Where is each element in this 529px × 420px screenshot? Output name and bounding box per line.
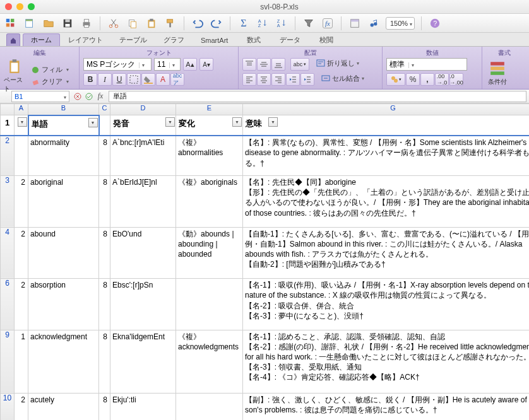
fx-label[interactable]: fx bbox=[95, 91, 106, 102]
close-icon[interactable] bbox=[5, 3, 12, 10]
tab-table[interactable]: テーブル bbox=[111, 33, 155, 46]
row-head[interactable]: 2 bbox=[1, 136, 15, 175]
fill-button[interactable]: フィル▾ bbox=[29, 65, 71, 75]
cell[interactable] bbox=[15, 136, 28, 175]
percent-icon[interactable]: % bbox=[406, 73, 420, 86]
cell[interactable] bbox=[176, 279, 243, 330]
row-head[interactable]: 6 bbox=[1, 279, 15, 330]
copy-icon[interactable] bbox=[126, 16, 140, 30]
cell[interactable]: 2 bbox=[15, 175, 28, 227]
filter-button[interactable]: ▼ bbox=[268, 117, 278, 127]
worksheet[interactable]: A B C D E G 1 ▼ 単語▼ 発音▼ 変化▼ 意味▼ 2 abnorm… bbox=[0, 103, 529, 420]
fx-icon[interactable]: fx bbox=[321, 16, 335, 30]
cell[interactable]: 【名-1】: 吸収(作用)、吸い込み / 【用例・名-1】X-ray absor… bbox=[243, 279, 530, 330]
underline-button[interactable]: U bbox=[112, 73, 126, 86]
cell-B1[interactable]: 単語▼ bbox=[28, 115, 99, 136]
format-painter-icon[interactable] bbox=[163, 16, 177, 30]
orientation-icon[interactable]: abc▾ bbox=[290, 58, 309, 71]
cell[interactable]: Ebsc':[r]pSn bbox=[110, 279, 176, 330]
cell[interactable]: 2 bbox=[15, 227, 28, 279]
tab-formula[interactable]: 数式 bbox=[236, 33, 271, 46]
font-color-button[interactable]: A bbox=[156, 73, 170, 86]
number-format-selector[interactable]: 標準 bbox=[386, 58, 467, 71]
new-icon[interactable] bbox=[23, 16, 37, 30]
cut-icon[interactable] bbox=[107, 16, 121, 30]
cell[interactable] bbox=[176, 394, 243, 420]
media-icon[interactable] bbox=[367, 16, 381, 30]
tab-chart[interactable]: グラフ bbox=[155, 33, 193, 46]
cell[interactable]: A`bnc:[r]mA'lEti bbox=[110, 136, 176, 175]
open-icon[interactable] bbox=[42, 16, 56, 30]
paste-button[interactable]: ペースト bbox=[4, 58, 27, 93]
cell[interactable]: 2 bbox=[15, 394, 28, 420]
fill-color-button[interactable] bbox=[141, 73, 155, 86]
cell[interactable]: 《複》abnormalities bbox=[176, 136, 243, 175]
formula-input[interactable]: 単語 bbox=[109, 91, 526, 102]
tab-data[interactable]: データ bbox=[271, 33, 309, 46]
row-head[interactable]: 4 bbox=[1, 227, 15, 279]
sort-asc-icon[interactable]: AZ bbox=[256, 16, 270, 30]
undo-icon[interactable] bbox=[191, 16, 205, 30]
col-D[interactable]: D bbox=[110, 104, 176, 115]
cell-C1[interactable] bbox=[99, 115, 110, 136]
cell[interactable]: A`bErIdJ[E]nl bbox=[110, 175, 176, 227]
currency-icon[interactable]: ▾ bbox=[386, 73, 405, 86]
cell[interactable]: 【名-1】: 認めること、承認、認識、受領確認、認知、自認【名-2】: 感謝(の… bbox=[243, 330, 530, 394]
align-bottom-icon[interactable] bbox=[271, 58, 285, 71]
cell[interactable]: 8 bbox=[99, 227, 110, 279]
cell[interactable]: 8 bbox=[99, 279, 110, 330]
row-head[interactable]: 9 bbox=[1, 330, 15, 394]
tab-layout[interactable]: レイアウト bbox=[60, 33, 111, 46]
col-E[interactable]: E bbox=[176, 104, 243, 115]
cell[interactable]: 《動》abounds | abounding | abounded bbox=[176, 227, 243, 279]
filter-icon[interactable] bbox=[302, 16, 316, 30]
cell[interactable]: 【名】: 異常(なもの)、異常性、変態 / 【用例・名】Some scienti… bbox=[243, 136, 530, 175]
row-head-1[interactable]: 1 bbox=[1, 115, 15, 136]
align-middle-icon[interactable] bbox=[257, 58, 271, 71]
cell[interactable]: 8 bbox=[99, 330, 110, 394]
cell[interactable]: acutely bbox=[28, 394, 99, 420]
conditional-format-button[interactable]: 条件付 bbox=[486, 60, 509, 86]
accept-formula-icon[interactable] bbox=[83, 91, 95, 102]
print-icon[interactable] bbox=[80, 16, 93, 30]
paste-icon[interactable] bbox=[145, 16, 158, 30]
font-size-selector[interactable]: 11 bbox=[154, 58, 181, 71]
cell[interactable]: abound bbox=[28, 227, 99, 279]
tab-home[interactable]: ホーム bbox=[23, 33, 60, 46]
italic-button[interactable]: I bbox=[98, 73, 112, 86]
tab-smartart[interactable]: SmartArt bbox=[193, 33, 236, 46]
show-icon[interactable] bbox=[348, 16, 362, 30]
bold-button[interactable]: B bbox=[83, 73, 97, 86]
cell[interactable]: aboriginal bbox=[28, 175, 99, 227]
cell[interactable]: 1 bbox=[15, 330, 28, 394]
help-icon[interactable]: ? bbox=[428, 16, 442, 30]
increase-font-icon[interactable]: A▴ bbox=[183, 58, 197, 71]
increase-indent-icon[interactable] bbox=[300, 73, 314, 86]
maximize-icon[interactable] bbox=[28, 3, 35, 10]
cell[interactable]: acknowledgment bbox=[28, 330, 99, 394]
align-center-icon[interactable] bbox=[257, 73, 271, 86]
cell-E1[interactable]: 変化▼ bbox=[176, 115, 243, 136]
redo-icon[interactable] bbox=[210, 16, 223, 30]
cell[interactable]: abnormality bbox=[28, 136, 99, 175]
cell[interactable]: 8 bbox=[99, 175, 110, 227]
cell[interactable]: 【自動-1】: たくさんある[いる]、多い、富む、豊富である、(〜に)溢れている… bbox=[243, 227, 530, 279]
border-button[interactable] bbox=[127, 73, 141, 86]
cell[interactable]: 【副】: 強く、激しく、ひどく、敏感に、鋭く / 【用例・副】He is acu… bbox=[243, 394, 530, 420]
minimize-icon[interactable] bbox=[16, 3, 23, 10]
filter-button[interactable]: ▼ bbox=[232, 117, 242, 127]
cell[interactable]: 8 bbox=[99, 136, 110, 175]
cell[interactable]: 【名】: 先住民◆【同】aborigine【形】: 先住民の◆「先住民の」、「土… bbox=[243, 175, 530, 227]
clear-button[interactable]: クリア▾ bbox=[29, 77, 71, 87]
comma-icon[interactable]: , bbox=[420, 73, 434, 86]
merge-cells-button[interactable]: セル結合▾ bbox=[319, 73, 366, 83]
cell[interactable]: Ekju':tli bbox=[110, 394, 176, 420]
sort-desc-icon[interactable]: ZA bbox=[275, 16, 288, 30]
col-A[interactable]: A bbox=[15, 104, 28, 115]
align-top-icon[interactable] bbox=[242, 58, 256, 71]
row-head[interactable]: 3 bbox=[1, 175, 15, 227]
tab-review[interactable]: 校閲 bbox=[309, 33, 344, 46]
row-head[interactable]: 10 bbox=[1, 394, 15, 420]
increase-decimal-icon[interactable]: .00→.0 bbox=[435, 73, 449, 86]
decrease-font-icon[interactable]: A▾ bbox=[199, 58, 213, 71]
